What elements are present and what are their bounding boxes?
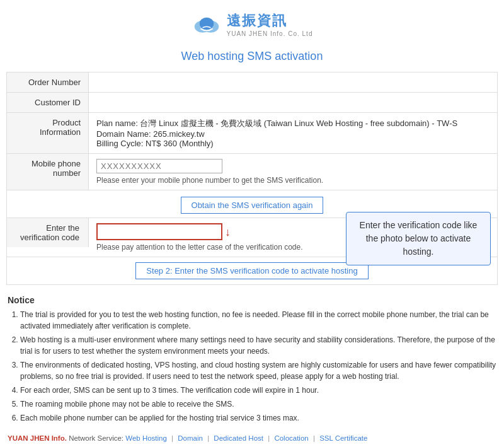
customer-id-row: Customer ID: [7, 93, 498, 113]
notice-item-3: The environments of dedicated hosting, V…: [20, 359, 496, 382]
footer-brand: YUAN JHEN Info.: [8, 434, 67, 442]
notice-section: Notice The trial is provided for you to …: [8, 295, 496, 424]
mobile-row: Mobile phonenumber Please enter your mob…: [7, 154, 498, 190]
logo-main-text: 遠振資訊: [227, 11, 313, 30]
product-line1: Plan name: 台灣 Linux 虛擬主機 - 免費次級域 (Taiwan…: [96, 118, 490, 129]
footer: YUAN JHEN Info. Network Service: Web Hos…: [8, 432, 496, 447]
footer-links: YUAN JHEN Info. Network Service: Web Hos…: [8, 432, 496, 445]
logo-icon: [192, 13, 222, 36]
product-info-value: Plan name: 台灣 Linux 虛擬主機 - 免費次級域 (Taiwan…: [89, 113, 498, 154]
verify-value-cell: ↓ Please pay attention to the letter cas…: [89, 218, 497, 257]
notice-item-5: The roaming mobile phone may not be able…: [20, 398, 496, 410]
product-line2: Domain Name: 265.mickey.tw: [96, 129, 490, 139]
mobile-note: Please enter your mobile phone number to…: [96, 176, 490, 185]
arrow-down-icon: ↓: [225, 226, 231, 238]
notice-item-1: The trial is provided for you to test th…: [20, 309, 496, 332]
notice-list: The trial is provided for you to test th…: [8, 309, 496, 424]
form-table: Order Number Customer ID ProductInformat…: [6, 72, 498, 190]
notice-title: Notice: [8, 295, 496, 305]
order-number-label: Order Number: [7, 73, 89, 93]
logo-area: 遠振資訊 YUAN JHEN Info. Co. Ltd: [0, 11, 504, 37]
product-info-row: ProductInformation Plan name: 台灣 Linux 虛…: [7, 113, 498, 154]
svg-point-2: [199, 17, 213, 29]
footer-network-service: Network Service:: [69, 434, 123, 442]
mobile-value-cell: Please enter your mobile phone number to…: [89, 154, 498, 190]
footer-link-domain[interactable]: Domain: [178, 434, 203, 442]
verify-inner: Enter theverification code ↓ Please pay …: [7, 218, 497, 257]
notice-item-2: Web hosting is a multi-user environment …: [20, 334, 496, 357]
notice-item-4: For each order, SMS can be sent up to 3 …: [20, 385, 496, 396]
footer-link-colocation[interactable]: Colocation: [274, 434, 308, 442]
product-info-label: ProductInformation: [7, 113, 89, 154]
verify-label: Enter theverification code: [7, 218, 89, 247]
mobile-label: Mobile phonenumber: [7, 154, 89, 190]
customer-id-label: Customer ID: [7, 93, 89, 113]
footer-link-webhosting[interactable]: Web Hosting: [125, 434, 167, 442]
tooltip-text: Enter the verification code like the pho…: [360, 220, 478, 257]
sms-button[interactable]: Obtain the SMS verification again: [181, 197, 324, 214]
verify-input[interactable]: [96, 223, 222, 240]
product-line3: Billing Cycle: NT$ 360 (Monthly): [96, 139, 490, 148]
order-number-value: [89, 73, 498, 93]
notice-item-6: Each mobile phone number can be applied …: [20, 412, 496, 424]
step2-button[interactable]: Step 2: Enter the SMS verification code …: [135, 262, 368, 279]
verify-row-container: Enter theverification code ↓ Please pay …: [6, 218, 498, 257]
logo-sub-text: YUAN JHEN Info. Co. Ltd: [227, 30, 313, 37]
footer-link-dedicated-host[interactable]: Dedicated Host: [214, 434, 263, 442]
order-number-row: Order Number: [7, 73, 498, 93]
page-title: Web hosting SMS activation: [0, 44, 504, 72]
customer-id-value: [89, 93, 498, 113]
mobile-input[interactable]: [96, 159, 222, 173]
tooltip-bubble: Enter the verification code like the pho…: [346, 212, 491, 265]
header: 遠振資訊 YUAN JHEN Info. Co. Ltd: [0, 0, 504, 44]
footer-link-ssl[interactable]: SSL Certificate: [319, 434, 367, 442]
logo-text-block: 遠振資訊 YUAN JHEN Info. Co. Ltd: [227, 11, 313, 37]
